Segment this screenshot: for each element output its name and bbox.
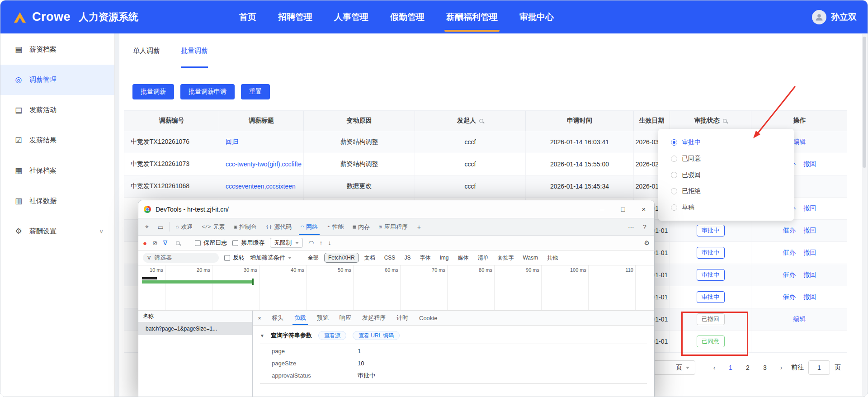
preserve-log-checkbox[interactable]: 保留日志 [195,239,227,247]
status-badge[interactable]: 审批中 [697,247,725,259]
tab-single-adjust[interactable]: 单人调薪 [133,33,160,68]
chip-img[interactable]: Img [436,253,452,262]
help-icon[interactable]: ? [638,218,651,235]
request-name-header[interactable]: 名称 [138,311,252,322]
filter-option-processing[interactable]: 审批中 [658,134,794,151]
chip-socket[interactable]: 套接字 [494,253,517,263]
status-badge[interactable]: 已同意 [697,336,725,347]
adjust-title-link[interactable]: cccseventeen,cccsixteen [226,183,296,190]
chip-css[interactable]: CSS [381,253,399,262]
chip-other[interactable]: 其他 [543,253,561,263]
withdraw-link[interactable]: 撤回 [804,249,816,257]
sidebar-item-payroll-activity[interactable]: ▤ 发薪活动 [0,95,114,125]
status-badge[interactable]: 已撤回 [697,313,725,325]
status-badge[interactable]: 审批中 [697,291,725,303]
detail-tab-payload[interactable]: 负载 [289,311,311,325]
sidebar-item-payroll-result[interactable]: ☑ 发薪结果 [0,125,114,156]
status-badge[interactable]: 审批中 [697,269,725,281]
request-row-selected[interactable]: batch?page=1&pageSize=1... [138,322,252,335]
page-number-1[interactable]: 1 [724,360,737,375]
devtools-tab-welcome[interactable]: ⌂ 欢迎 [171,218,198,235]
tab-batch-adjust[interactable]: 批量调薪 [181,33,208,68]
detail-tab-headers[interactable]: 标头 [266,311,289,325]
view-source-button[interactable]: 查看源 [318,331,346,340]
nav-item-attendance[interactable]: 假勤管理 [390,0,425,33]
reset-button[interactable]: 重置 [241,84,270,99]
filter-input[interactable]: ∇ 筛选器 [143,253,219,263]
page-scrollbar[interactable] [862,34,867,396]
chip-wasm[interactable]: Wasm [519,253,542,262]
devtools-titlebar[interactable]: DevTools - hr-test.zjf-it.cn/ – □ × [138,200,654,218]
nav-item-approval[interactable]: 审批中心 [519,0,554,33]
detail-tab-cookie[interactable]: Cookie [414,311,443,325]
batch-adjust-button[interactable]: 批量调薪 [132,84,174,99]
disable-cache-checkbox[interactable]: 禁用缓存 [232,239,264,247]
chip-font[interactable]: 字体 [416,253,434,263]
withdraw-link[interactable]: 撤回 [804,227,816,235]
filter-option-refused[interactable]: 已拒绝 [658,183,794,199]
chip-all[interactable]: 全部 [304,253,322,263]
filter-option-draft[interactable]: 草稿 [658,199,794,216]
nav-item-compensation[interactable]: 薪酬福利管理 [446,0,498,33]
devtools-tab-network[interactable]: ◠ 网络 [296,218,322,235]
nav-item-home[interactable]: 首页 [239,0,256,33]
devtools-tab-memory[interactable]: ▦ 内存 [348,218,374,235]
batch-adjust-apply-button[interactable]: 批量调薪申请 [180,84,235,99]
throttling-select[interactable]: 无限制 [270,238,303,248]
sidebar-item-salary-settings[interactable]: ⚙ 薪酬设置 ∨ [0,216,114,246]
status-filter-icon[interactable] [723,119,727,123]
device-toolbar-icon[interactable]: ▭ [154,218,167,235]
user-area[interactable]: 孙立双 [812,0,857,33]
invert-checkbox[interactable]: 反转 [224,254,245,262]
network-timeline[interactable]: 10 ms 20 ms 30 ms 40 ms 50 ms 60 ms 70 m… [138,265,654,311]
view-url-encoded-button[interactable]: 查看 URL 编码 [353,331,400,340]
devtools-tab-performance[interactable]: ◔ 性能 [322,218,349,235]
filter-icon[interactable]: ∇ [163,239,167,246]
status-badge[interactable]: 审批中 [697,225,725,236]
adjust-title-link[interactable]: ccc-twenty-two(girl),cccfifte [226,161,302,168]
maximize-icon[interactable]: □ [613,200,633,218]
initiator-search-icon[interactable] [479,119,483,123]
chip-fetch-xhr[interactable]: Fetch/XHR [324,253,359,263]
search-icon[interactable] [176,241,180,245]
devtools-tab-console[interactable]: ▣ 控制台 [229,218,261,235]
detail-tab-preview[interactable]: 预览 [311,311,334,325]
sidebar-item-payroll-archive[interactable]: ▤ 薪资档案 [0,34,114,65]
sidebar-item-salary-adjust[interactable]: ◎ 调薪管理 [0,65,114,95]
page-number-2[interactable]: 2 [741,360,754,375]
chip-js[interactable]: JS [401,253,414,262]
goto-page-input[interactable] [808,360,830,375]
import-har-icon[interactable]: ↑ [319,239,322,246]
chip-manifest[interactable]: 清单 [474,253,492,263]
query-params-section[interactable]: ▼ 查询字符串参数 查看源 查看 URL 编码 [260,329,647,342]
nav-item-recruit[interactable]: 招聘管理 [278,0,312,33]
devtools-tab-application[interactable]: ⊞ 应用程序 [374,218,412,235]
detail-tab-timing[interactable]: 计时 [391,311,414,325]
adjust-title-link[interactable]: 回归 [226,138,238,146]
sidebar-item-social-archive[interactable]: ▦ 社保档案 [0,156,114,186]
urge-link[interactable]: 催办 [783,271,796,279]
next-page-button[interactable]: › [776,360,787,375]
inspect-element-icon[interactable]: ⌖ [140,218,154,235]
chip-doc[interactable]: 文档 [361,253,379,263]
scrollbar-thumb[interactable] [863,37,866,168]
urge-link[interactable]: 催办 [783,227,796,235]
urge-link[interactable]: 催办 [783,293,796,301]
filter-option-rejected-back[interactable]: 已驳回 [658,167,794,183]
devtools-tab-elements[interactable]: </> 元素 [198,218,230,235]
clear-icon[interactable]: ⊘ [152,239,158,246]
nav-item-personnel[interactable]: 人事管理 [334,0,368,33]
sidebar-item-social-data[interactable]: ▥ 社保数据 [0,186,114,216]
urge-link[interactable]: 催办 [783,249,796,257]
kebab-menu-icon[interactable]: ⋯ [624,218,638,235]
record-icon[interactable]: ● [143,239,147,247]
withdraw-link[interactable]: 撤回 [804,271,816,279]
more-tabs-icon[interactable]: + [412,218,426,235]
more-filters-dropdown[interactable]: 增加筛选条件 [250,254,292,262]
filter-option-agreed[interactable]: 已同意 [658,151,794,167]
chip-media[interactable]: 媒体 [454,253,472,263]
export-har-icon[interactable]: ↓ [328,239,331,246]
settings-gear-icon[interactable]: ⚙ [644,239,650,246]
minimize-icon[interactable]: – [592,200,613,218]
detail-tab-initiator[interactable]: 发起程序 [357,311,391,325]
